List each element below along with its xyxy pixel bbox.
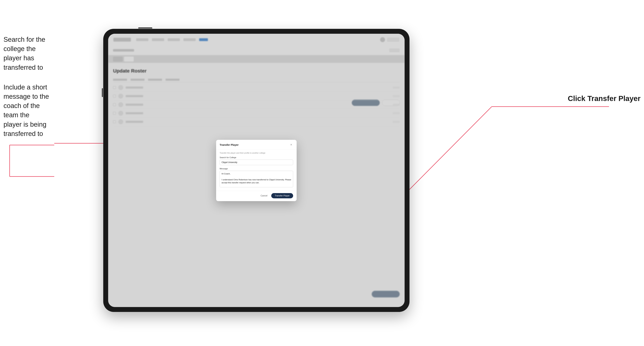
transfer-player-button[interactable]: Transfer Player [271,193,293,198]
transfer-player-modal: Transfer Player × Transfer the player an… [216,140,296,201]
annotation-left: Search for the college the player has tr… [4,35,49,138]
annotation-right: Click Transfer Player [568,94,640,103]
tablet-side-button [102,88,103,97]
modal-header: Transfer Player × [216,140,296,149]
modal-footer: Cancel Transfer Player [216,191,296,201]
message-label: Message [220,168,293,170]
tablet-frame: Update Roster [103,29,410,312]
modal-overlay: Transfer Player × Transfer the player an… [108,34,404,307]
annotation-search: Search for the college the player has tr… [4,35,49,72]
message-textarea[interactable] [220,171,293,187]
cancel-button[interactable]: Cancel [258,193,270,198]
annotation-click-text: Click [568,94,587,103]
annotation-transfer-text: Transfer Player [587,94,640,103]
annotation-message: Include a short message to the coach of … [4,83,49,138]
college-input[interactable] [220,160,293,165]
modal-subtitle: Transfer the player and their profile to… [220,152,293,154]
modal-close-button[interactable]: × [289,143,293,147]
tablet-screen: Update Roster [108,34,404,307]
tablet-top-button [138,27,152,28]
modal-body: Transfer the player and their profile to… [216,149,296,191]
college-label: Search for College [220,156,293,159]
modal-title: Transfer Player [220,143,238,146]
